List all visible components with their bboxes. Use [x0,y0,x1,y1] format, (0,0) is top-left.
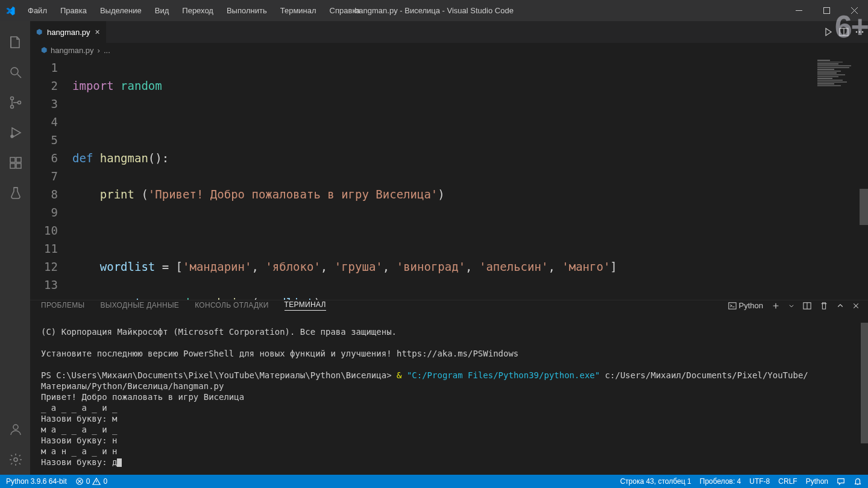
split-editor-icon[interactable] [839,27,849,37]
close-tab-icon[interactable]: × [95,27,100,37]
kill-terminal-icon[interactable] [820,302,828,310]
editor-tabs: ⬢ hangman.py × [30,21,868,43]
tab-hangman[interactable]: ⬢ hangman.py × [30,21,107,43]
panel-tab-terminal[interactable]: ТЕРМИНАЛ [285,300,326,311]
svg-point-6 [11,135,13,138]
menu-terminal[interactable]: Терминал [274,2,322,19]
settings-icon[interactable] [0,445,30,475]
maximize-panel-icon[interactable] [837,302,844,309]
python-file-icon: ⬢ [36,28,42,36]
svg-rect-8 [10,163,15,168]
breadcrumb[interactable]: ⬢ hangman.py › ... [30,43,868,57]
panel-tab-output[interactable]: ВЫХОДНЫЕ ДАННЫЕ [100,301,179,311]
chevron-right-icon: › [98,46,100,55]
main-menu: Файл Правка Выделение Вид Переход Выполн… [22,2,366,19]
accounts-icon[interactable] [0,414,30,445]
menu-go[interactable]: Переход [176,2,219,19]
svg-rect-9 [16,163,21,168]
terminal-output[interactable]: (C) Корпорация Майкрософт (Microsoft Cor… [30,311,868,488]
activity-bar [0,21,30,475]
chevron-down-icon[interactable] [788,303,794,309]
menu-selection[interactable]: Выделение [94,2,148,19]
testing-icon[interactable] [0,178,30,208]
panel-tab-problems[interactable]: ПРОБЛЕМЫ [41,301,84,311]
source-control-icon[interactable] [0,87,30,118]
title-bar: Файл Правка Выделение Вид Переход Выполн… [0,0,868,21]
breadcrumb-suffix: ... [104,46,110,55]
minimap[interactable] [817,60,860,96]
svg-point-12 [14,458,17,461]
run-debug-icon[interactable] [0,118,30,148]
menu-edit[interactable]: Правка [54,2,93,19]
panel-tabs: ПРОБЛЕМЫ ВЫХОДНЫЕ ДАННЫЕ КОНСОЛЬ ОТЛАДКИ… [30,300,868,311]
extensions-icon[interactable] [0,148,30,178]
window-title: hangman.py - Виселица - Visual Studio Co… [354,6,514,15]
svg-point-11 [13,425,18,429]
search-icon[interactable] [0,57,30,87]
svg-point-5 [18,101,21,104]
more-actions-icon[interactable] [855,27,864,37]
menu-view[interactable]: Вид [149,2,175,19]
editor[interactable]: 123 456 789 101112 13 import random def … [30,57,868,300]
menu-file[interactable]: Файл [22,2,53,19]
maximize-button[interactable] [813,0,840,21]
terminal-cursor [117,458,122,467]
python-file-icon: ⬢ [41,46,47,54]
terminal-scrollbar[interactable] [861,323,868,443]
svg-rect-0 [796,10,802,11]
line-numbers: 123 456 789 101112 13 [30,57,72,300]
breadcrumb-file: hangman.py [51,46,94,55]
window-controls [785,0,868,21]
code-area[interactable]: import random def hangman(): print ('При… [72,57,868,300]
menu-run[interactable]: Выполнить [221,2,273,19]
explorer-icon[interactable] [0,27,30,57]
bottom-panel: ПРОБЛЕМЫ ВЫХОДНЫЕ ДАННЫЕ КОНСОЛЬ ОТЛАДКИ… [30,300,868,475]
svg-rect-1 [823,8,829,14]
editor-actions [823,21,864,43]
scrollbar-thumb[interactable] [860,189,868,225]
svg-point-15 [859,31,861,33]
editor-scrollbar[interactable] [860,57,868,300]
split-terminal-icon[interactable] [803,302,811,310]
close-panel-icon[interactable] [852,302,860,309]
svg-point-3 [11,97,14,100]
minimize-button[interactable] [785,0,813,21]
svg-rect-10 [16,157,21,162]
panel-tab-debug-console[interactable]: КОНСОЛЬ ОТЛАДКИ [195,301,268,311]
svg-rect-7 [10,157,15,162]
svg-point-14 [856,31,858,33]
close-button[interactable] [840,0,868,21]
svg-point-16 [862,31,864,33]
terminal-shell-select[interactable]: Python [728,301,763,310]
vscode-logo-icon [5,5,16,16]
svg-point-4 [11,106,14,109]
svg-point-2 [11,68,18,75]
run-file-icon[interactable] [823,27,833,37]
tab-label: hangman.py [47,28,90,37]
new-terminal-icon[interactable] [772,302,780,310]
